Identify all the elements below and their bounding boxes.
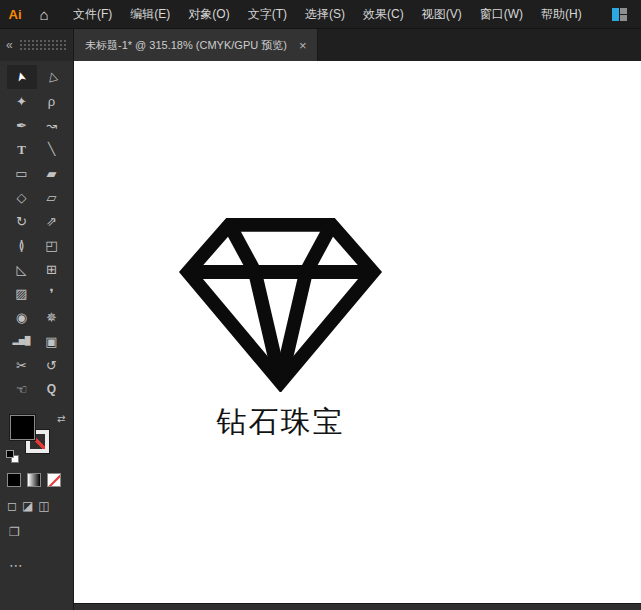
tool-rectangle[interactable]: ▭ [7, 161, 37, 185]
logo-text[interactable]: 钻石珠宝 [178, 402, 383, 443]
swatch-type-row [7, 473, 73, 487]
blend-tool-icon: ◉ [16, 311, 27, 324]
tool-curvature[interactable]: ↝ [37, 113, 67, 137]
tools-panel-header: « [0, 29, 73, 61]
menu-item-编辑[interactable]: 编辑(E) [121, 0, 179, 28]
panel-drag-grip[interactable] [19, 39, 67, 51]
tool-slice[interactable]: ✂ [7, 353, 37, 377]
curvature-tool-icon: ↝ [46, 119, 57, 132]
gradient-tool-icon: ▨ [15, 287, 27, 300]
menu-bar-container: Ai ⌂ 文件(F)编辑(E)对象(O)文字(T)选择(S)效果(C)视图(V)… [0, 0, 641, 29]
magic-wand-tool-icon: ✦ [16, 95, 27, 108]
draw-inside-button[interactable]: ◫ [38, 499, 49, 513]
tool-mesh[interactable]: ⊞ [37, 257, 67, 281]
menu-item-选择[interactable]: 选择(S) [296, 0, 354, 28]
collapse-panel-icon[interactable]: « [6, 39, 13, 51]
workspace-switcher-icon[interactable] [612, 8, 627, 21]
tool-selection[interactable]: ➤ [7, 65, 37, 89]
default-fill-stroke-icon[interactable] [6, 450, 19, 463]
menu-item-文件[interactable]: 文件(F) [64, 0, 121, 28]
tools-panel: « ➤▷✦ρ✒↝T╲▭▰◇▱↻⇗≬◰◺⊞▨❜◉✵▂▅█▣✂↺☜Q ⇄ ◻◪◫ ❐… [0, 29, 74, 610]
perspective-grid-tool-icon: ◺ [17, 263, 27, 276]
lasso-tool-icon: ρ [48, 95, 55, 108]
eyedropper-tool-icon: ❜ [49, 287, 53, 300]
swap-fill-stroke-icon[interactable]: ⇄ [57, 413, 65, 424]
app-logo: Ai [0, 0, 30, 28]
direct-selection-tool-icon: ▷ [45, 71, 59, 83]
tool-line-segment[interactable]: ╲ [37, 137, 67, 161]
main-region: « ➤▷✦ρ✒↝T╲▭▰◇▱↻⇗≬◰◺⊞▨❜◉✵▂▅█▣✂↺☜Q ⇄ ◻◪◫ ❐… [0, 29, 641, 610]
artboard-tool-icon: ▣ [45, 335, 57, 348]
shaper-tool-icon: ◇ [17, 191, 27, 204]
document-tab[interactable]: 未标题-1* @ 315.18% (CMYK/GPU 预览) × [74, 29, 318, 61]
none-button[interactable] [47, 473, 61, 487]
pen-tool-icon: ✒ [16, 119, 27, 132]
tools-grid: ➤▷✦ρ✒↝T╲▭▰◇▱↻⇗≬◰◺⊞▨❜◉✵▂▅█▣✂↺☜Q [0, 65, 73, 401]
paintbrush-tool-icon: ▰ [47, 167, 57, 180]
home-icon[interactable]: ⌂ [30, 0, 58, 28]
slice-tool-icon: ✂ [16, 359, 27, 372]
menu-item-对象[interactable]: 对象(O) [179, 0, 238, 28]
draw-normal-button[interactable]: ◻ [7, 499, 17, 513]
menu-item-帮助[interactable]: 帮助(H) [532, 0, 591, 28]
edit-toolbar-button[interactable]: ⋯ [9, 557, 73, 573]
eraser-tool-icon: ▱ [47, 191, 57, 204]
drawing-modes: ◻◪◫ [7, 499, 73, 513]
tool-lasso[interactable]: ρ [37, 89, 67, 113]
column-graph-tool-icon: ▂▅█ [13, 337, 31, 345]
symbol-sprayer-tool-icon: ✵ [46, 311, 57, 324]
tool-type[interactable]: T [7, 137, 37, 161]
tool-symbol-sprayer[interactable]: ✵ [37, 305, 67, 329]
tool-hand[interactable]: ☜ [7, 377, 37, 401]
tool-perspective-grid[interactable]: ◺ [7, 257, 37, 281]
menu-item-文字[interactable]: 文字(T) [239, 0, 296, 28]
workspace-switcher-pane [612, 8, 619, 21]
tool-blend[interactable]: ◉ [7, 305, 37, 329]
screen-mode-button[interactable]: ❐ [9, 525, 73, 539]
default-fill-swatch [6, 450, 14, 458]
gradient-button[interactable] [27, 473, 41, 487]
tool-rotate[interactable]: ↻ [7, 209, 37, 233]
menu-bar: 文件(F)编辑(E)对象(O)文字(T)选择(S)效果(C)视图(V)窗口(W)… [64, 0, 591, 28]
tool-scale[interactable]: ⇗ [37, 209, 67, 233]
tool-artboard[interactable]: ▣ [37, 329, 67, 353]
document-tab-title: 未标题-1* @ 315.18% (CMYK/GPU 预览) [85, 38, 287, 53]
tool-magic-wand[interactable]: ✦ [7, 89, 37, 113]
tab-close-icon[interactable]: × [299, 39, 307, 52]
selection-tool-icon: ➤ [14, 71, 28, 84]
workspace-switcher-pane [620, 15, 627, 21]
menu-item-效果[interactable]: 效果(C) [354, 0, 413, 28]
menu-item-窗口[interactable]: 窗口(W) [471, 0, 532, 28]
tool-free-transform[interactable]: ◰ [37, 233, 67, 257]
hand-tool-icon: ☜ [16, 383, 28, 396]
rotate-view-tool-icon: ↺ [46, 359, 57, 372]
menu-item-视图[interactable]: 视图(V) [413, 0, 471, 28]
rectangle-tool-icon: ▭ [15, 167, 27, 180]
tool-shaper[interactable]: ◇ [7, 185, 37, 209]
fill-swatch[interactable] [10, 415, 35, 440]
document-area: 未标题-1* @ 315.18% (CMYK/GPU 预览) × 钻石珠宝 [74, 29, 641, 610]
tool-paintbrush[interactable]: ▰ [37, 161, 67, 185]
mesh-tool-icon: ⊞ [46, 263, 57, 276]
draw-behind-button[interactable]: ◪ [22, 499, 33, 513]
canvas[interactable]: 钻石珠宝 [74, 61, 641, 603]
color-button[interactable] [7, 473, 21, 487]
tool-width[interactable]: ≬ [7, 233, 37, 257]
artwork-group[interactable]: 钻石珠宝 [178, 211, 383, 443]
free-transform-tool-icon: ◰ [45, 239, 57, 252]
tool-zoom[interactable]: Q [37, 377, 67, 401]
line-segment-tool-icon: ╲ [48, 143, 55, 155]
scale-tool-icon: ⇗ [46, 215, 57, 228]
tool-gradient[interactable]: ▨ [7, 281, 37, 305]
type-tool-icon: T [17, 143, 26, 156]
tool-eyedropper[interactable]: ❜ [37, 281, 67, 305]
tool-eraser[interactable]: ▱ [37, 185, 67, 209]
tool-column-graph[interactable]: ▂▅█ [7, 329, 37, 353]
tool-pen[interactable]: ✒ [7, 113, 37, 137]
bottom-scroll-strip[interactable] [74, 603, 641, 610]
diamond-logo[interactable] [178, 211, 383, 392]
tool-direct-selection[interactable]: ▷ [37, 65, 67, 89]
zoom-tool-icon: Q [47, 383, 56, 395]
workspace-switcher-pane [620, 8, 627, 14]
tool-rotate-view[interactable]: ↺ [37, 353, 67, 377]
